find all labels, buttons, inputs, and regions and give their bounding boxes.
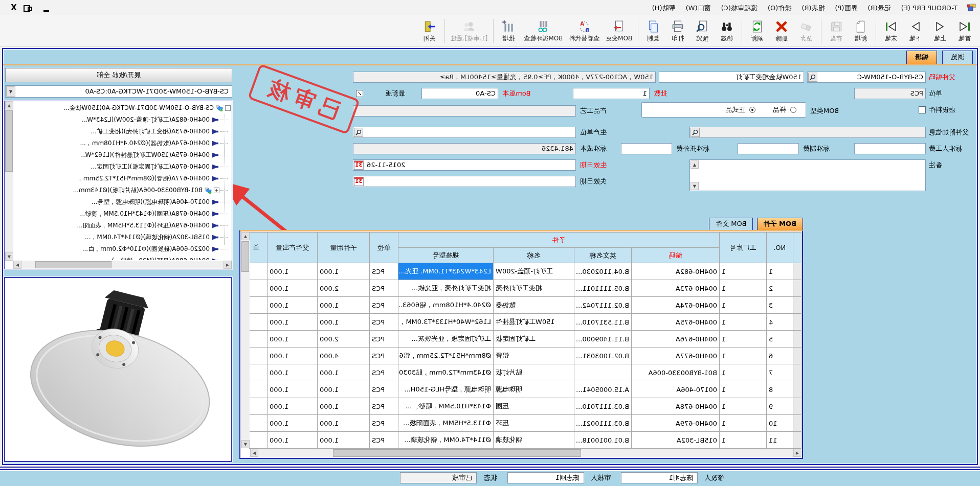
cell-unit[interactable]: PCS (370, 297, 398, 314)
cell-unit[interactable]: PCS (370, 331, 398, 348)
cell-parent-qty[interactable]: 1.000 (268, 415, 318, 432)
cell-en-name[interactable]: B.05.1111011... (574, 280, 632, 297)
calendar-icon[interactable]: 31 (354, 177, 364, 186)
cell-extra[interactable] (249, 432, 268, 449)
cell-spec[interactable]: Ø240.4*H108mm，铝6063... (398, 297, 494, 314)
outsource-cost-field[interactable] (621, 143, 672, 154)
cell-qty[interactable]: 1.000 (318, 314, 370, 331)
scroll-up-icon[interactable]: ▲ (5, 101, 13, 109)
cell-no[interactable]: 3 (767, 297, 793, 314)
cell-code[interactable]: 004H0-677A (632, 348, 720, 364)
expand-collapse-all-button[interactable]: 展开/收起 全部 (5, 68, 232, 82)
cell-parent-qty[interactable]: 1.000 (268, 280, 318, 297)
cell-code[interactable]: 00170-406A (632, 381, 720, 398)
cell-qty[interactable]: 1.000 (318, 297, 370, 314)
cell-spec[interactable]: 明珠电源，型号HLG-150H... (398, 381, 494, 398)
cell-factory[interactable]: 1 (720, 381, 767, 398)
cell-extra[interactable] (249, 415, 268, 432)
expand-toggle-icon[interactable]: + (214, 188, 219, 193)
parent-name-field[interactable]: 150W钛金相变工矿灯 (659, 72, 804, 83)
cell-extra[interactable] (249, 398, 268, 415)
cell-unit[interactable]: PCS (370, 314, 398, 331)
remark-textarea[interactable]: ▲ ▼ (689, 159, 926, 191)
cell-en-name[interactable]: B.03.1110021... (574, 415, 632, 432)
row-indicator-header[interactable] (793, 233, 801, 263)
collapse-toggle-icon[interactable]: - (225, 105, 231, 111)
cell-no[interactable]: 11 (767, 432, 793, 449)
restore-button[interactable] (26, 4, 35, 12)
toolbar-button-copy[interactable]: 复制 (641, 17, 665, 45)
cell-code[interactable]: 004H0-673A (632, 280, 720, 297)
tree-root-item[interactable]: -CS-BYB-O-150MW-30D71-WCTKG-A0(150W钛金... (14, 102, 231, 114)
menu-item-7[interactable]: 帮助(H) (647, 3, 681, 13)
cell-factory[interactable]: 1 (720, 263, 767, 280)
cell-factory[interactable]: 1 (720, 364, 767, 381)
row-indicator[interactable] (793, 398, 801, 415)
cell-parent-qty[interactable]: 1.000 (268, 348, 318, 364)
cell-parent-qty[interactable]: 1.000 (268, 398, 318, 415)
cell-spec[interactable]: 相变工矿灯外壳，亚光铁... (398, 280, 494, 297)
toolbar-button-print[interactable]: 打印 (665, 17, 690, 45)
parent-code-field[interactable]: CS-BYB-O-150MW-C (807, 72, 926, 83)
cell-factory[interactable]: 1 (720, 280, 767, 297)
cell-unit[interactable]: PCS (370, 263, 398, 280)
cell-name[interactable]: 压圈 (494, 398, 574, 415)
cell-name[interactable]: 贴片灯板 (494, 364, 574, 381)
cell-en-name[interactable]: B.04.1102030... (574, 263, 632, 280)
row-indicator[interactable] (793, 432, 801, 449)
cell-qty[interactable]: 1.000 (318, 263, 370, 280)
scroll-down-icon[interactable]: ▼ (691, 182, 699, 190)
cell-name[interactable]: 铝管 (494, 348, 574, 364)
cell-factory[interactable]: 1 (720, 415, 767, 432)
cell-qty[interactable]: 2.000 (318, 280, 370, 297)
cell-spec[interactable]: Ø114*T4.0MM，钢化玻璃... (398, 432, 494, 449)
cell-unit[interactable]: PCS (370, 348, 398, 364)
cell-code[interactable]: 004H0-675A (632, 314, 720, 331)
close-button[interactable]: X (9, 4, 18, 12)
batch-field[interactable]: 1 (573, 88, 650, 99)
col-child-qty[interactable]: 子件用量 (318, 233, 370, 263)
scroll-down-icon[interactable]: ▼ (5, 252, 13, 261)
scroll-left-icon[interactable]: ◀ (793, 449, 801, 457)
menu-item-4[interactable]: 操作(O) (763, 3, 796, 13)
cell-unit[interactable]: PCS (370, 415, 398, 432)
toolbar-button-delete[interactable]: 删除 (769, 17, 794, 45)
col-group-child[interactable]: 子件 (398, 233, 720, 248)
tab-browse[interactable]: 浏览 (942, 51, 973, 64)
tree-item[interactable]: 004H0-673A(相变工矿灯外壳)(相变工矿... (14, 126, 231, 137)
scrollbar-thumb[interactable] (241, 241, 249, 272)
col-code[interactable]: 编码 (632, 248, 720, 263)
cell-code[interactable]: B01-BYB00330-006A (632, 364, 720, 381)
menu-item-6[interactable]: 窗口(W) (681, 3, 716, 13)
toolbar-button-bom-change[interactable]: BOM变更 (603, 17, 635, 45)
tree-horizontal-scrollbar[interactable]: ◀ ▶ (13, 261, 232, 269)
cell-no[interactable]: 10 (767, 415, 793, 432)
cell-unit[interactable]: PCS (370, 432, 398, 449)
cell-qty[interactable]: 1.000 (318, 364, 370, 381)
toolbar-button-filter[interactable]: 筛选 (715, 17, 739, 45)
cell-spec[interactable]: Φ113.5*H5MM，表面阳极... (398, 415, 494, 432)
cell-en-name[interactable]: B.11.5317010... (574, 314, 632, 331)
cell-en-name[interactable]: B.03.1117010... (574, 398, 632, 415)
toolbar-button-nav-last[interactable]: 末笔 (879, 17, 903, 45)
menu-item-2[interactable]: 界面(P) (830, 3, 863, 13)
tab-bom-files[interactable]: BOM 文件 (709, 218, 753, 230)
scrollbar-thumb[interactable] (333, 449, 581, 457)
search-icon[interactable] (808, 73, 817, 82)
cell-name[interactable]: 散热器 (494, 297, 574, 314)
cell-en-name[interactable]: A.15.0005041... (574, 381, 632, 398)
cell-spec[interactable]: Ø143mm*T2.0mm，贴3030... (398, 364, 494, 381)
cell-factory[interactable]: 1 (720, 348, 767, 364)
toolbar-button-nav-first[interactable]: 首笔 (952, 17, 977, 45)
cell-qty[interactable]: 1.000 (318, 381, 370, 398)
toolbar-button-bom-check[interactable]: BOM循环检查 (521, 17, 566, 45)
cell-en-name[interactable]: B.02.1117042... (574, 297, 632, 314)
toolbar-button-close[interactable]: 关闭 (417, 17, 442, 45)
cell-code[interactable]: 004H0-674A (632, 297, 720, 314)
cell-extra[interactable] (249, 331, 268, 348)
cell-spec[interactable]: L162*W40*H133*T3.0MM，... (398, 314, 494, 331)
tree-item[interactable]: 004H0-678A(压圈)(Φ143*H10.5MM，喷砂... (14, 208, 231, 220)
cell-no[interactable]: 7 (767, 364, 793, 381)
cell-parent-qty[interactable]: 1.000 (268, 263, 318, 280)
cell-no[interactable]: 9 (767, 398, 793, 415)
